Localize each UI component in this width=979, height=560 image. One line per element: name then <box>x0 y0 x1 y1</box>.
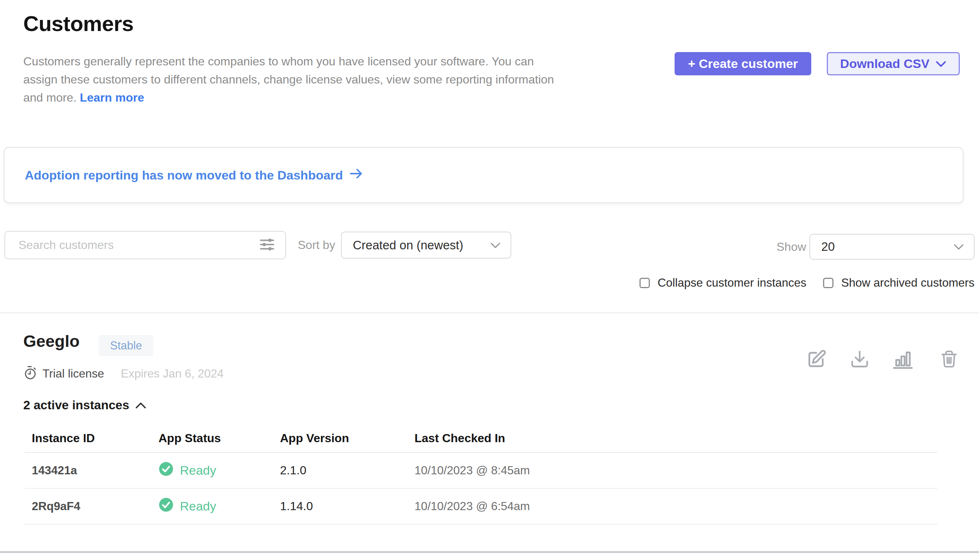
collapse-instances-checkbox[interactable] <box>639 278 650 288</box>
show-label: Show <box>777 234 806 260</box>
customer-card-divider <box>0 551 979 553</box>
column-header-last-checked-in: Last Checked In <box>407 432 937 445</box>
description-line: assign these customers to different chan… <box>23 70 644 89</box>
instance-id: 143421a <box>25 463 152 477</box>
stopwatch-icon <box>23 365 37 382</box>
section-divider <box>0 313 979 313</box>
customer-reporting-button[interactable] <box>892 347 914 372</box>
show-archived-label: Show archived customers <box>841 276 974 290</box>
edit-icon <box>807 348 828 371</box>
table-row: 2Rq9aF4 Ready 1.14.0 10/10/2023 @ 6:54am <box>25 489 937 525</box>
download-csv-label: Download CSV <box>840 57 929 71</box>
search-box <box>5 231 286 259</box>
show-select[interactable]: 20 <box>809 234 974 260</box>
channel-badge: Stable <box>98 335 153 356</box>
sort-select[interactable]: Created on (newest) <box>341 232 511 258</box>
check-circle-icon <box>158 462 173 480</box>
table-row: 143421a Ready 2.1.0 10/10/2023 @ 8:45am <box>25 453 937 489</box>
chevron-up-icon <box>135 398 147 412</box>
arrow-right-icon <box>350 167 364 183</box>
app-status-label: Ready <box>180 499 216 513</box>
active-instances-toggle[interactable]: 2 active instances <box>23 398 147 412</box>
collapse-instances-checkbox-group[interactable]: Collapse customer instances <box>639 276 807 290</box>
download-icon <box>850 348 870 371</box>
check-circle-icon <box>158 497 173 515</box>
license-row: Trial license Expires Jan 6, 2024 <box>23 365 223 382</box>
show-archived-checkbox[interactable] <box>823 278 834 288</box>
last-checked-in: 10/10/2023 @ 8:45am <box>407 463 937 477</box>
edit-customer-button[interactable] <box>806 347 828 372</box>
download-csv-button[interactable]: Download CSV <box>827 52 960 75</box>
instance-id: 2Rq9aF4 <box>25 499 152 513</box>
delete-customer-button[interactable] <box>938 347 960 372</box>
license-expiry: Expires Jan 6, 2024 <box>121 367 223 380</box>
license-type: Trial license <box>42 367 104 380</box>
app-status: Ready <box>152 462 273 480</box>
sort-select-value: Created on (newest) <box>353 238 463 252</box>
sort-by-label: Sort by <box>298 231 335 259</box>
description-line: Customers generally represent the compan… <box>23 52 644 70</box>
column-header-app-version: App Version <box>273 432 407 445</box>
chevron-down-icon <box>936 57 946 71</box>
learn-more-link[interactable]: Learn more <box>80 91 144 104</box>
adoption-banner-link[interactable]: Adoption reporting has now moved to the … <box>25 167 364 183</box>
app-status: Ready <box>152 497 273 515</box>
customer-name: Geeglo <box>23 332 80 351</box>
filter-sliders-icon[interactable] <box>259 236 275 255</box>
app-status-label: Ready <box>180 463 216 478</box>
app-version: 1.14.0 <box>273 499 407 513</box>
collapse-instances-label: Collapse customer instances <box>657 276 807 290</box>
table-header-row: Instance ID App Status App Version Last … <box>25 432 937 453</box>
adoption-banner-text: Adoption reporting has now moved to the … <box>25 168 343 182</box>
customers-page: Customers Customers generally represent … <box>0 0 979 560</box>
download-license-button[interactable] <box>849 347 871 372</box>
create-customer-button[interactable]: + Create customer <box>675 52 811 75</box>
show-select-value: 20 <box>821 240 835 254</box>
search-input[interactable] <box>5 232 259 258</box>
active-instances-label: 2 active instances <box>23 398 129 412</box>
column-header-app-status: App Status <box>152 432 273 445</box>
chevron-down-icon <box>953 240 964 254</box>
page-title: Customers <box>23 11 133 36</box>
bar-chart-icon <box>892 348 914 371</box>
last-checked-in: 10/10/2023 @ 6:54am <box>407 499 937 513</box>
trash-icon <box>940 348 958 371</box>
description-line: and more. <box>23 91 77 104</box>
chevron-down-icon <box>490 238 501 252</box>
column-header-instance-id: Instance ID <box>25 432 152 445</box>
instances-table: Instance ID App Status App Version Last … <box>25 432 937 525</box>
show-archived-checkbox-group[interactable]: Show archived customers <box>823 276 974 290</box>
page-description: Customers generally represent the compan… <box>23 52 644 107</box>
adoption-banner: Adoption reporting has now moved to the … <box>4 147 964 203</box>
app-version: 2.1.0 <box>273 463 407 477</box>
